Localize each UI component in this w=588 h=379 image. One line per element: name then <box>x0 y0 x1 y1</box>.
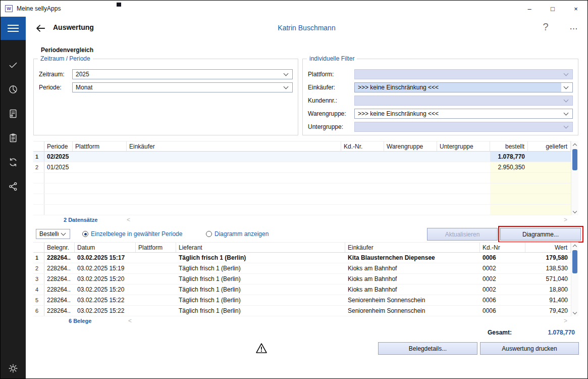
sync-icon[interactable] <box>8 157 19 167</box>
scrollbar-track[interactable] <box>571 148 578 208</box>
table-row[interactable]: 3 228264.. 03.02.2025 15:20 Täglich fris… <box>33 274 578 285</box>
cell-wert: 91,400 <box>525 295 571 305</box>
cell-plattform <box>136 263 176 273</box>
cell-plattform <box>73 162 127 172</box>
table-row[interactable]: 2 228264.. 03.02.2025 15:19 Täglich fris… <box>33 263 578 274</box>
cell-einkaeufer <box>127 162 341 172</box>
warning-icon <box>255 343 268 355</box>
cell-einkaeufer: Kioks am Bahnhof <box>345 285 480 295</box>
kundennr-select[interactable] <box>354 96 573 106</box>
radio-einzelbelege[interactable]: Einzelbelege in gewählter Periode <box>82 230 182 238</box>
chevron-down-icon <box>284 84 289 89</box>
beleg-details-button[interactable]: Belegdetails... <box>378 342 477 355</box>
help-button[interactable]: ? <box>539 21 552 33</box>
cell-belegnr: 228264.. <box>44 306 75 316</box>
radio-diagramm[interactable]: Diagramm anzeigen <box>206 230 269 238</box>
empty-row <box>33 183 578 194</box>
cell-plattform <box>136 306 176 316</box>
individual-filter-group: individuelle Filter Plattform: Einkäufer… <box>302 59 578 135</box>
table-row[interactable]: 6 228264.. 03.02.2025 15:22 Täglich fris… <box>33 306 578 316</box>
col-bestellt: bestellt <box>490 141 528 151</box>
row-number: 5 <box>33 295 44 305</box>
individual-group-legend: individuelle Filter <box>307 55 357 62</box>
cell-kdnr: 0002 <box>480 274 525 284</box>
record-count: 6 Belege <box>69 318 91 324</box>
share-icon[interactable] <box>8 181 19 192</box>
col-periode: Periode <box>44 141 73 151</box>
table-row[interactable]: 2 01/2025 2.950,350 <box>33 162 578 173</box>
row-number: 3 <box>33 274 44 284</box>
vertical-scrollbar[interactable] <box>571 242 578 316</box>
plattform-select[interactable] <box>354 69 573 79</box>
untergruppe-select[interactable] <box>354 122 573 132</box>
diagrams-button[interactable]: Diagramme... <box>500 228 581 241</box>
cell-plattform <box>136 274 176 284</box>
cell-untergruppe <box>437 152 490 162</box>
header-rownum <box>33 141 44 151</box>
gear-icon[interactable] <box>1 363 26 373</box>
untergruppe-label: Untergruppe: <box>308 123 354 130</box>
next-page-arrow[interactable]: > <box>564 216 567 223</box>
cell-plattform <box>136 295 176 305</box>
print-report-button[interactable]: Auswertung drucken <box>480 342 579 355</box>
cell-periode: 02/2025 <box>44 152 73 162</box>
scrollbar-thumb[interactable] <box>572 149 577 170</box>
period-filter-group: Zeitraum / Periode Zeitraum: 2025 Period… <box>33 59 298 135</box>
cell-bestellt: 2.950,350 <box>490 162 528 172</box>
record-count: 2 Datensätze <box>64 217 97 223</box>
pie-chart-icon[interactable] <box>8 84 19 94</box>
periode-select[interactable]: Monat <box>72 82 293 92</box>
doc-type-value: Bestellungen <box>36 229 59 239</box>
cell-kdnr: 0006 <box>480 295 525 305</box>
zeitraum-select[interactable]: 2025 <box>72 69 293 79</box>
scroll-up-button[interactable] <box>571 141 578 148</box>
cell-plattform <box>136 285 176 295</box>
cell-warengruppe <box>384 152 437 162</box>
close-button[interactable]: × <box>564 1 587 17</box>
document-badge-icon[interactable] <box>8 109 19 119</box>
hamburger-menu-button[interactable] <box>1 17 26 40</box>
table-row[interactable]: 1 02/2025 1.078,770 <box>33 152 578 162</box>
doc-type-select[interactable]: Bestellungen <box>36 229 70 239</box>
window-title: Meine sellyApps <box>17 5 61 12</box>
row-number: 1 <box>33 152 44 162</box>
scroll-down-button[interactable] <box>571 309 578 316</box>
cell-geliefert <box>528 162 571 172</box>
cell-lieferant: Täglich frisch 1 (Berlin) <box>176 295 345 305</box>
minimize-button[interactable]: – <box>518 1 541 17</box>
row-number: 1 <box>33 253 44 263</box>
col-einkaeufer: Einkäufer <box>345 243 480 252</box>
refresh-button[interactable]: Aktualisieren <box>427 228 498 241</box>
scroll-down-button[interactable] <box>571 208 578 215</box>
detail-table-header: Belegnr. Datum Plattform Lieferant Einkä… <box>33 242 578 253</box>
chevron-down-icon <box>564 71 569 76</box>
prev-page-arrow[interactable]: < <box>127 216 130 223</box>
row-number: 2 <box>33 263 44 273</box>
row-number: 2 <box>33 162 44 172</box>
row-number: 4 <box>33 285 44 295</box>
more-menu-button[interactable]: … <box>567 22 580 32</box>
maximize-button[interactable]: □ <box>541 1 564 17</box>
col-belegnr: Belegnr. <box>44 243 75 252</box>
table-row[interactable]: 1 228264.. 03.02.2025 15:17 Täglich fris… <box>33 253 578 263</box>
app-logo-icon: W <box>5 5 13 12</box>
vertical-scrollbar[interactable] <box>571 141 578 215</box>
scroll-up-button[interactable] <box>571 242 578 249</box>
cell-plattform <box>73 152 127 162</box>
checkmark-icon[interactable] <box>8 60 19 70</box>
cell-kdnr <box>341 152 384 162</box>
header-rownum <box>33 243 44 252</box>
table-row[interactable]: 4 228264.. 03.02.2025 15:20 Täglich fris… <box>33 285 578 295</box>
table-row[interactable]: 5 228264.. 03.02.2025 15:22 Täglich fris… <box>33 295 578 306</box>
next-page-arrow[interactable]: > <box>564 317 567 324</box>
clipboard-icon[interactable] <box>8 133 19 143</box>
detail-controls: Bestellungen Einzelbelege in gewählter P… <box>33 228 588 241</box>
period-table: Periode Plattform Einkäufer Kd.-Nr. Ware… <box>33 141 578 215</box>
cell-geliefert <box>528 152 571 162</box>
cell-belegnr: 228264.. <box>44 295 75 305</box>
scrollbar-track[interactable] <box>571 249 578 309</box>
prev-page-arrow[interactable]: < <box>128 317 132 324</box>
warengruppe-select[interactable]: >>> keine Einschränkung <<< <box>354 109 573 119</box>
scrollbar-thumb[interactable] <box>572 250 577 273</box>
einkaeufer-select[interactable]: >>> keine Einschränkung <<< <box>354 82 573 92</box>
